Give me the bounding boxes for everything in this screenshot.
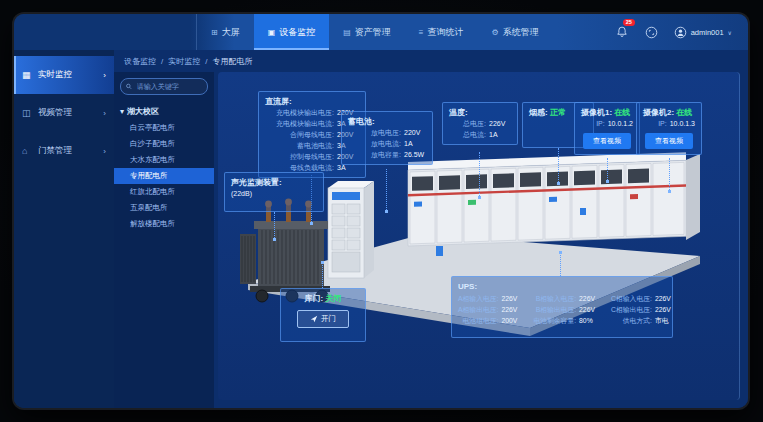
sidebar-item-realtime[interactable]: ▦ 实时监控 ›: [14, 56, 114, 94]
app-window: ⊞ 大屏 ▣ 设备监控 ▤ 资产管理 ≡ 查询统计 ⚙ 系统管理: [14, 14, 748, 408]
ups-column-b: B相输入电压:226V B相输出电压:226V 电池剩余容量:80%: [533, 293, 601, 326]
sidebar-item-access[interactable]: ⌂ 门禁管理 ›: [14, 132, 114, 170]
panel-title: 摄像机2:: [643, 108, 674, 117]
panel-title: 摄像机1:: [581, 108, 612, 117]
user-menu[interactable]: admin001 ∨: [674, 26, 732, 39]
view-video-button[interactable]: 查看视频: [583, 133, 631, 149]
nav-item-statistics[interactable]: ≡ 查询统计: [405, 14, 478, 50]
connector-line: [558, 148, 559, 184]
breadcrumb-item[interactable]: 实时监控: [168, 56, 200, 67]
sidebar-item-label: 视频管理: [38, 107, 72, 119]
connector-line: [479, 152, 480, 198]
breadcrumb-item[interactable]: 设备监控: [124, 56, 156, 67]
connector-line: [560, 252, 561, 276]
metric-label: C相输入电压:: [611, 293, 652, 304]
metric-value: 226V: [655, 293, 677, 304]
tree-item[interactable]: 五泉配电所: [114, 200, 214, 216]
tree-item[interactable]: 白云亭配电所: [114, 120, 214, 136]
metric-label: 供电方式:: [611, 315, 652, 326]
tree-root-label: 湖大校区: [127, 106, 159, 117]
tree-item[interactable]: 大水东配电所: [114, 152, 214, 168]
panel-title: 库门:: [305, 294, 324, 303]
sidebar-item-video[interactable]: ◫ 视频管理 ›: [14, 94, 114, 132]
metric-label: 放电容量:: [348, 149, 401, 160]
tree-item-label: 白云亭配电所: [130, 123, 175, 132]
ups-panel: UPS: A相输入电压:226V A相输出电压:226V 电池组电压:200V …: [451, 276, 673, 338]
nav-label: 资产管理: [355, 26, 391, 39]
metric-label: 蓄电池电流:: [265, 140, 334, 151]
sidebar: ▦ 实时监控 › ◫ 视频管理 › ⌂ 门禁管理 ›: [14, 50, 114, 408]
tree-item-selected[interactable]: 专用配电所: [114, 168, 214, 184]
ups-grid: A相输入电压:226V A相输出电压:226V 电池组电压:200V B相输入电…: [458, 293, 666, 326]
notification-bell-button[interactable]: 25: [614, 24, 630, 40]
panel-title: UPS:: [458, 281, 666, 292]
metric-label: A相输入电压:: [458, 293, 498, 304]
list-icon: ≡: [419, 28, 424, 37]
door-panel: 库门: 关闭 开门: [280, 288, 366, 342]
grid-icon: ▦: [22, 70, 33, 80]
nav-item-dashboard[interactable]: ⊞ 大屏: [197, 14, 254, 50]
camera2-panel: 摄像机2: 在线 IP:10.0.1.3 查看视频: [636, 102, 702, 155]
panel-title: 温度:: [449, 107, 511, 118]
nav-item-assets[interactable]: ▤ 资产管理: [329, 14, 405, 50]
metric-value: 1A: [404, 138, 426, 149]
ups-column-a: A相输入电压:226V A相输出电压:226V 电池组电压:200V: [458, 293, 523, 326]
metric-value: 10.0.1.2: [608, 118, 633, 129]
metric-label: 控制母线电压:: [265, 151, 334, 162]
metric-label: A相输出电压:: [458, 304, 498, 315]
notification-badge: 25: [623, 19, 635, 26]
sidebar-item-label: 实时监控: [38, 69, 72, 81]
camera1-panel: 摄像机1: 在线 IP:10.0.1.2 查看视频: [574, 102, 640, 155]
tree-item[interactable]: 红旗北配电所: [114, 184, 214, 200]
screen-background: ⊞ 大屏 ▣ 设备监控 ▤ 资产管理 ≡ 查询统计 ⚙ 系统管理: [0, 0, 763, 422]
metric-value: 市电: [655, 315, 677, 326]
folder-icon: ▤: [343, 28, 351, 37]
connector-line: [322, 262, 323, 288]
ups-column-c: C相输入电压:226V C相输出电压:226V 供电方式:市电: [611, 293, 677, 326]
connector-line: [669, 158, 670, 192]
metric-value: 226V: [579, 304, 601, 315]
metric-label: B相输入电压:: [533, 293, 576, 304]
metric-label: IP:: [643, 118, 667, 129]
search-icon: [126, 83, 132, 90]
status-badge: 正常: [550, 108, 566, 117]
video-icon: ◫: [22, 108, 33, 118]
transformer: [240, 199, 330, 302]
metric-label: 放电电压:: [348, 127, 401, 138]
fullscreen-button[interactable]: [644, 24, 660, 40]
tree-item[interactable]: 解放楼配电所: [114, 216, 214, 232]
panel-title: 声光监测装置:: [231, 177, 317, 188]
metric-label: B相输出电压:: [533, 304, 576, 315]
metric-label: IP:: [581, 118, 605, 129]
chevron-right-icon: ›: [103, 109, 106, 118]
metric-label: 总电流:: [449, 129, 486, 140]
tree-item[interactable]: 白沙子配电所: [114, 136, 214, 152]
station-tree-panel: ▾ 湖大校区 白云亭配电所 白沙子配电所 大水东配电所 专用配电所 红旗北配电所…: [114, 72, 214, 408]
chevron-down-icon: ∨: [728, 29, 732, 36]
connector-line: [274, 212, 275, 240]
panel-title: 烟感:: [529, 108, 548, 117]
metric-value: 226V: [655, 304, 677, 315]
status-badge: 关闭: [325, 294, 341, 303]
metric-value: 10.0.1.3: [670, 118, 695, 129]
connector-line: [607, 158, 608, 182]
tree-search-box[interactable]: [120, 78, 208, 95]
battery-cabinet: [328, 181, 374, 278]
tree-root-node[interactable]: ▾ 湖大校区: [114, 103, 214, 120]
switchgear-row: [408, 152, 686, 246]
top-navbar: ⊞ 大屏 ▣ 设备监控 ▤ 资产管理 ≡ 查询统计 ⚙ 系统管理: [14, 14, 748, 50]
nav-label: 设备监控: [279, 26, 315, 39]
metric-value: 226V: [501, 293, 523, 304]
breadcrumb-current: 专用配电所: [212, 56, 252, 67]
nav-item-system[interactable]: ⚙ 系统管理: [478, 14, 553, 50]
metric-label: 合闸母线电压:: [265, 129, 334, 140]
screen-icon: ⊞: [211, 28, 218, 37]
open-door-button[interactable]: 开门: [297, 310, 349, 328]
breadcrumb-separator: /: [161, 57, 163, 66]
metric-label: 放电电流:: [348, 138, 401, 149]
nav-item-device-monitor[interactable]: ▣ 设备监控: [254, 14, 330, 50]
tree-search-input[interactable]: [135, 82, 202, 91]
metric-value: (22dB): [231, 188, 253, 199]
monitor-icon: ▣: [268, 28, 276, 37]
view-video-button[interactable]: 查看视频: [645, 133, 693, 149]
